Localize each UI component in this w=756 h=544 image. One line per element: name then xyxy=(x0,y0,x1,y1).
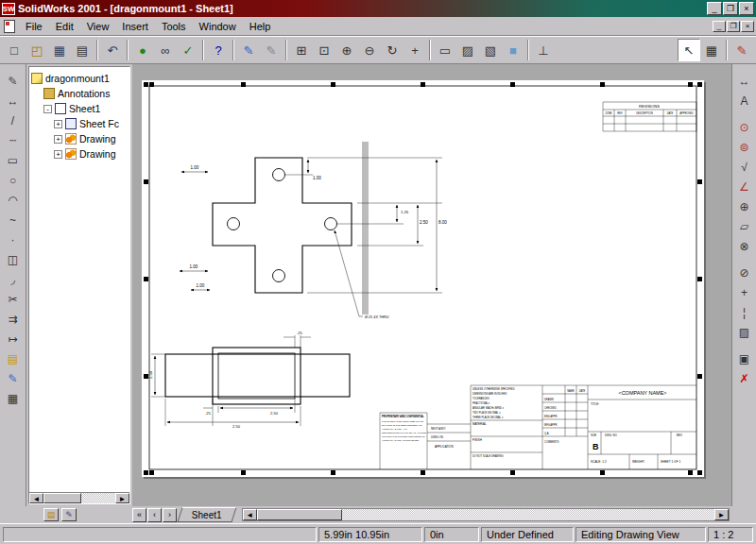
holes[interactable] xyxy=(228,169,337,282)
balloon-button[interactable]: ⊙ xyxy=(734,118,755,137)
smart-dimension-button[interactable]: ↔ xyxy=(734,72,755,91)
hidden-lines-removed-button[interactable]: ▧ xyxy=(479,39,502,61)
spline-button[interactable]: ~ xyxy=(3,211,24,230)
tree-scroll-track[interactable] xyxy=(43,493,115,503)
dim-bottom-left[interactable]: 1.00 xyxy=(197,283,205,288)
tree-item-sheet-format[interactable]: + Sheet Fc xyxy=(31,116,128,131)
selection-handle[interactable] xyxy=(144,82,148,87)
grid-button[interactable]: ▦ xyxy=(700,39,723,61)
center-mark-button[interactable]: + xyxy=(734,283,755,302)
selection-handle[interactable] xyxy=(144,470,148,475)
arc-button[interactable]: ◠ xyxy=(3,191,24,210)
fillet-button[interactable]: ◞ xyxy=(3,270,24,289)
convert-entities-button[interactable]: ↦ xyxy=(3,330,24,348)
menu-view[interactable]: View xyxy=(80,19,116,34)
zoom-to-area-button[interactable]: ⊡ xyxy=(313,39,335,61)
new-button[interactable]: □ xyxy=(3,39,26,61)
selection-handle[interactable] xyxy=(149,470,154,475)
first-sheet-button[interactable]: « xyxy=(132,508,146,522)
hidden-lines-visible-button[interactable]: ▨ xyxy=(456,39,479,61)
zoom-in-out-button[interactable]: ⊕ xyxy=(335,39,358,61)
sketch-entities-button[interactable]: ✎ xyxy=(730,39,753,61)
tree-item-drawing-view1[interactable]: + Drawing xyxy=(31,131,128,146)
zoom-to-fit-button[interactable]: ⊞ xyxy=(290,39,313,61)
selection-handle[interactable] xyxy=(421,470,425,475)
menu-tools[interactable]: Tools xyxy=(155,19,193,34)
view-selection-border[interactable] xyxy=(362,142,369,314)
select-button[interactable]: ↖ xyxy=(678,39,700,61)
document-icon[interactable] xyxy=(4,20,15,33)
scroll-track[interactable] xyxy=(257,509,714,520)
note-button[interactable]: A xyxy=(734,92,755,110)
selection-handle[interactable] xyxy=(421,82,425,87)
feature-manager-tab-button[interactable]: ▤ xyxy=(43,508,59,521)
selection-handle[interactable] xyxy=(697,179,702,184)
selection-handle[interactable] xyxy=(331,82,335,87)
part-outline[interactable] xyxy=(213,158,352,293)
line-button[interactable]: / xyxy=(3,111,24,130)
selection-handle[interactable] xyxy=(688,470,693,475)
restore-button[interactable]: ❐ xyxy=(723,2,738,15)
selection-handle[interactable] xyxy=(149,82,154,87)
drawing-view-top[interactable]: 1.00 1.00 1.00 1.25 2.50 8.00 1.00 Ø.25 … xyxy=(180,158,447,319)
geometric-tolerance-button[interactable]: ⊕ xyxy=(734,197,755,216)
menu-insert[interactable]: Insert xyxy=(115,19,155,34)
rebuild-button[interactable]: ● xyxy=(131,39,154,61)
menu-window[interactable]: Window xyxy=(193,19,243,34)
point-button[interactable]: · xyxy=(3,230,24,249)
open-button[interactable]: ◰ xyxy=(26,39,48,61)
menu-help[interactable]: Help xyxy=(243,19,278,34)
tree-scrollbar[interactable]: ◄ ► xyxy=(29,492,129,503)
selection-handle[interactable] xyxy=(697,470,702,475)
trim-button[interactable]: ✂ xyxy=(3,290,24,309)
horizontal-scrollbar[interactable]: ◄ ► xyxy=(242,508,730,521)
rectangle-button[interactable]: ▭ xyxy=(3,151,24,170)
menu-edit[interactable]: Edit xyxy=(49,19,80,34)
front-outline[interactable] xyxy=(165,354,350,397)
centerline-annotation-button[interactable]: ¦ xyxy=(734,303,755,322)
scroll-thumb[interactable] xyxy=(257,509,342,520)
front-inner[interactable] xyxy=(218,353,295,399)
weld-symbol-button[interactable]: ∠ xyxy=(734,178,755,196)
tree-root[interactable]: dragonmount1 xyxy=(31,71,128,86)
grid-settings-button[interactable]: ▦ xyxy=(3,389,24,408)
mirror-button[interactable]: ◫ xyxy=(3,250,24,269)
dim-top[interactable]: 1.00 xyxy=(313,176,321,180)
doc-minimize-button[interactable]: _ xyxy=(713,21,726,32)
highlight-button[interactable]: ▤ xyxy=(3,349,24,368)
area-hatch-button[interactable]: ▨ xyxy=(734,323,755,342)
circle-button[interactable]: ○ xyxy=(3,171,24,190)
dim-lv-left[interactable]: 2.50 xyxy=(148,370,153,379)
modify-sketch-button[interactable]: ✎ xyxy=(260,39,283,61)
selection-handle[interactable] xyxy=(697,374,702,379)
selection-handle[interactable] xyxy=(144,277,148,281)
delete-button[interactable]: ✗ xyxy=(734,369,755,388)
view-orientation-button[interactable]: ∞ xyxy=(154,39,177,61)
selection-handle[interactable] xyxy=(331,470,335,475)
zoom-to-selection-button[interactable]: ⊖ xyxy=(358,39,381,61)
collapse-icon[interactable]: - xyxy=(43,105,52,113)
close-button[interactable]: × xyxy=(739,2,754,15)
selection-handle[interactable] xyxy=(144,374,148,379)
selection-handle[interactable] xyxy=(241,470,246,475)
sketch-tool-button[interactable]: ✎ xyxy=(3,72,24,91)
block-button[interactable]: ▣ xyxy=(734,349,755,368)
dim-lv-overall[interactable]: 2.50 xyxy=(232,424,241,429)
selection-handle[interactable] xyxy=(510,82,515,87)
dim-right-outer[interactable]: 8.00 xyxy=(438,220,447,225)
datum-feature-button[interactable]: ▱ xyxy=(734,217,755,236)
minimize-button[interactable]: _ xyxy=(707,2,722,15)
expand-icon[interactable]: + xyxy=(54,150,62,159)
normal-to-button[interactable]: ⊥ xyxy=(532,39,555,61)
front-boss[interactable] xyxy=(213,348,301,404)
undo-button[interactable]: ↶ xyxy=(101,39,124,61)
doc-restore-button[interactable]: ❐ xyxy=(727,21,740,32)
datum-target-button[interactable]: ⊗ xyxy=(734,237,755,256)
sketch-button[interactable]: ✎ xyxy=(237,39,260,61)
tree-item-annotations[interactable]: Annotations xyxy=(31,86,128,101)
next-sheet-button[interactable]: › xyxy=(163,508,177,522)
shaded-button[interactable]: ■ xyxy=(502,39,524,61)
tree-scroll-left-button[interactable]: ◄ xyxy=(29,493,43,503)
expand-icon[interactable]: + xyxy=(54,135,62,144)
context-help-button[interactable]: ? xyxy=(207,39,230,61)
